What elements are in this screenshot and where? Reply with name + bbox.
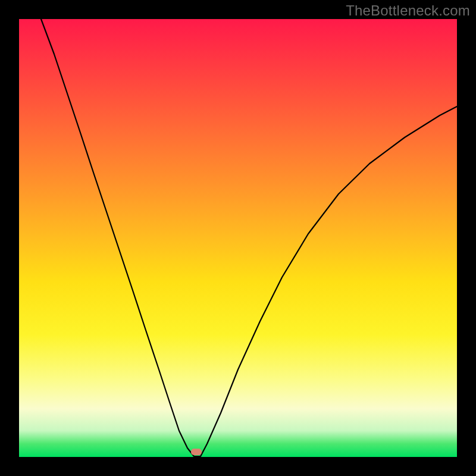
bottleneck-curve [19, 19, 457, 457]
watermark-text: TheBottleneck.com [346, 2, 470, 19]
chart-frame: TheBottleneck.com [0, 0, 476, 476]
chart-plot-area [19, 19, 457, 457]
optimal-point-marker [191, 449, 202, 455]
curve-path [41, 19, 457, 456]
